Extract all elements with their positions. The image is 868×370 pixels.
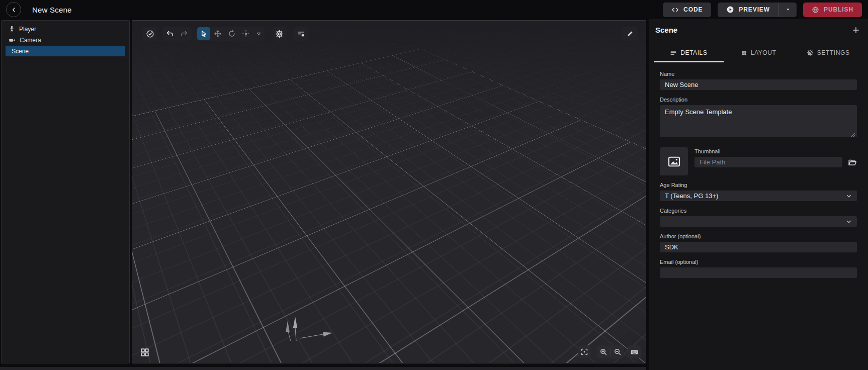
select-tool-button[interactable] (197, 27, 210, 40)
redo-icon (180, 30, 188, 38)
description-label: Description (660, 97, 857, 103)
author-label: Author (optional) (660, 233, 857, 239)
browse-file-button[interactable] (848, 158, 857, 167)
image-icon (667, 155, 681, 168)
snap-tool-button[interactable] (239, 27, 252, 40)
scene-title: New Scene (32, 6, 72, 14)
age-rating-value: T (Teens, PG 13+) (665, 192, 845, 200)
tab-label: DETAILS (680, 49, 707, 56)
categories-label: Categories (660, 208, 857, 214)
play-icon (726, 6, 734, 14)
snap-icon (242, 30, 250, 38)
code-button[interactable]: CODE (663, 3, 711, 17)
badge-check-button[interactable] (143, 27, 156, 40)
hierarchy-item-player[interactable]: Player (2, 24, 129, 34)
zoom-out-icon (614, 348, 622, 356)
viewport-settings-gear-icon (275, 30, 284, 38)
window-resize-strip (0, 367, 646, 370)
thumbnail-preview[interactable] (660, 147, 688, 175)
hierarchy-item-camera[interactable]: Camera (2, 35, 129, 45)
back-button[interactable] (6, 2, 21, 17)
preview-options-button[interactable] (778, 3, 797, 17)
code-icon (671, 6, 679, 14)
focus-selection-icon (580, 348, 588, 356)
edit-scene-button[interactable] (624, 27, 637, 40)
chevron-down-icon (845, 193, 852, 200)
scene-viewport[interactable] (132, 20, 646, 363)
add-button[interactable] (852, 26, 860, 34)
snap-options-button[interactable] (253, 27, 264, 40)
ground-grid (132, 21, 646, 363)
code-button-label: CODE (683, 6, 703, 13)
viewport-settings-button[interactable] (273, 27, 286, 40)
plus-icon (852, 26, 860, 34)
inspector-header: Scene (649, 19, 868, 39)
thumbnail-label: Thumbnail (695, 148, 857, 154)
tab-details[interactable]: DETAILS (654, 44, 724, 62)
name-input[interactable] (660, 79, 857, 90)
edit-pencil-icon (626, 30, 634, 38)
hierarchy-item-scene[interactable]: Scene (6, 46, 125, 56)
thumbnail-section: Thumbnail (660, 147, 857, 175)
author-input[interactable] (660, 242, 857, 252)
tab-layout[interactable]: LAYOUT (724, 44, 794, 62)
hierarchy-item-label: Scene (12, 48, 29, 55)
zoom-out-button[interactable] (611, 345, 624, 358)
move-tool-button[interactable] (211, 27, 224, 40)
zoom-in-button[interactable] (596, 345, 610, 358)
preview-button[interactable]: PREVIEW (718, 3, 778, 17)
keyboard-shortcuts-button[interactable] (628, 345, 641, 358)
keyboard-shortcuts-icon (630, 348, 639, 356)
layout-grid-icon (741, 50, 747, 56)
redo-button[interactable] (178, 27, 191, 40)
player-person-icon (9, 26, 15, 32)
publish-button[interactable]: PUBLISH (803, 3, 862, 17)
email-input[interactable] (660, 267, 857, 278)
hierarchy-item-label: Player (19, 26, 36, 33)
details-lines-icon (670, 49, 677, 56)
grid-view-icon (140, 347, 150, 357)
hierarchy-panel: Player Camera Scene (1, 20, 130, 363)
toolbar-render-group (293, 27, 308, 41)
age-rating-label: Age Rating (660, 182, 857, 188)
thumbnail-path-input[interactable] (695, 157, 842, 167)
tab-label: LAYOUT (751, 49, 776, 56)
select-cursor-icon (200, 30, 208, 38)
email-label: Email (optional) (660, 259, 857, 265)
undo-icon (166, 30, 174, 38)
scene-bounds-grid (132, 49, 646, 363)
publish-button-label: PUBLISH (824, 6, 853, 13)
preview-button-label: PREVIEW (739, 6, 770, 13)
toolbar-badge-group (142, 27, 157, 41)
zoom-in-icon (599, 348, 607, 356)
snap-options-caret-icon (255, 31, 262, 37)
chevron-left-icon (10, 6, 18, 14)
render-options-icon (297, 30, 305, 38)
grid-view-button[interactable] (138, 346, 151, 359)
toolbar-settings-group (272, 27, 287, 41)
age-rating-select[interactable]: T (Teens, PG 13+) (660, 191, 857, 201)
rotate-tool-button[interactable] (225, 27, 238, 40)
name-label: Name (660, 71, 857, 77)
topbar: New Scene CODE PREVIEW PUBLISH (0, 0, 868, 19)
chevron-down-icon (845, 218, 852, 225)
badge-check-icon (146, 30, 154, 38)
inspector-fields: Name Description Empty Scene Template Th… (649, 62, 868, 278)
video-camera-icon (9, 37, 16, 44)
globe-icon (812, 6, 819, 14)
description-textarea[interactable]: Empty Scene Template (660, 105, 857, 137)
rotate-icon (228, 30, 236, 38)
focus-selection-button[interactable] (578, 345, 591, 358)
render-options-button[interactable] (294, 27, 307, 40)
toolbar-history-group (162, 27, 192, 41)
topbar-actions: CODE PREVIEW PUBLISH (663, 3, 862, 17)
tab-label: SETTINGS (817, 49, 850, 56)
inspector-title: Scene (655, 26, 677, 34)
categories-select[interactable] (660, 216, 857, 227)
preview-button-group: PREVIEW (718, 3, 797, 17)
toolbar-transform-group (196, 27, 265, 41)
settings-gear-icon (807, 49, 814, 56)
inspector-panel: Scene DETAILS LAYOUT SETTINGS Name (649, 19, 868, 370)
tab-settings[interactable]: SETTINGS (793, 44, 863, 62)
undo-button[interactable] (163, 27, 177, 40)
